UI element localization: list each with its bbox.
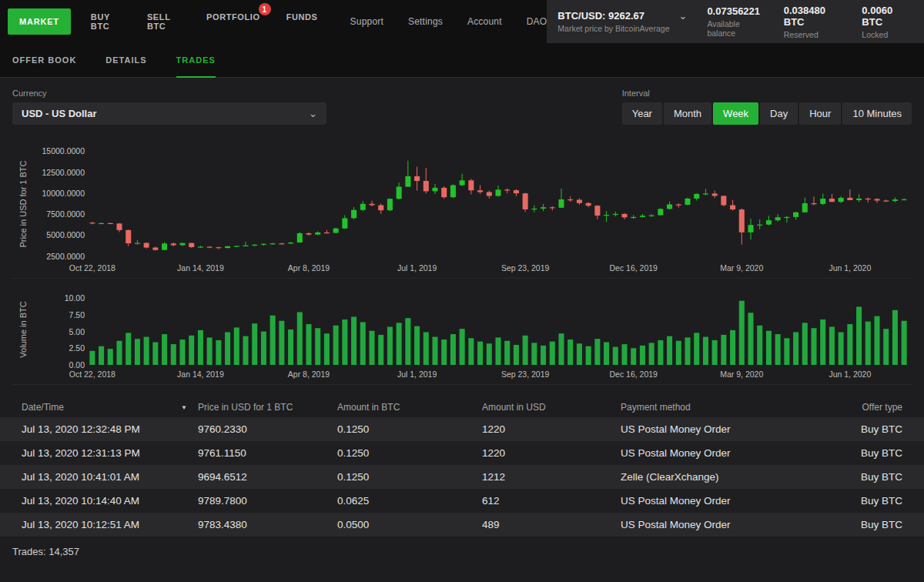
column-header-payment-method[interactable]: Payment method <box>621 402 810 413</box>
y-tick-label: 12500.0000 <box>42 168 85 177</box>
cell-price: 9783.4380 <box>198 519 337 530</box>
available-balance-stat: 0.07356221 Available balance <box>707 5 763 38</box>
price-chart-canvas <box>88 148 909 260</box>
trades-count: Trades: 14,357 <box>12 546 912 557</box>
price-chart: Price in USD for 1 BTC 15000.000012500.0… <box>12 142 912 279</box>
table-row[interactable]: Jul 13, 2020 10:41:01 AM9694.65120.12501… <box>0 465 924 489</box>
table-row[interactable]: Jul 13, 2020 12:31:13 PM9761.11500.12501… <box>0 441 924 465</box>
x-tick-label: Dec 16, 2019 <box>609 370 657 379</box>
cell-datetime: Jul 13, 2020 10:14:40 AM <box>22 495 198 507</box>
interval-button-week[interactable]: Week <box>713 102 758 125</box>
table-row[interactable]: Jul 13, 2020 10:12:51 AM9783.43800.05004… <box>0 513 924 537</box>
price-x-ticks: Oct 22, 2018Jan 14, 2019Apr 8, 2019Jul 1… <box>88 263 909 274</box>
cell-amount-btc: 0.0500 <box>337 519 482 530</box>
table-row[interactable]: Jul 13, 2020 10:14:40 AM9789.78000.06256… <box>0 489 924 513</box>
y-tick-label: 2.50 <box>69 343 85 353</box>
column-header-amount-btc[interactable]: Amount in BTC <box>337 402 482 413</box>
volume-y-ticks: 10.007.505.002.500.00 <box>35 294 85 365</box>
cell-amount-usd: 1212 <box>482 471 621 483</box>
x-tick-label: Jan 14, 2019 <box>177 370 224 379</box>
cell-amount-usd: 489 <box>482 519 621 530</box>
interval-filter: Interval Year Month Week Day Hour 10 Min… <box>622 89 912 125</box>
nav-item-buy-btc[interactable]: BUY BTC <box>91 12 121 31</box>
column-header-offer-type[interactable]: Offer type <box>810 402 902 413</box>
cell-amount-usd: 1220 <box>482 423 621 435</box>
cell-price: 9694.6512 <box>198 471 337 483</box>
interval-button-year[interactable]: Year <box>622 102 662 125</box>
volume-axis-label: Volume in BTC <box>18 301 28 357</box>
cell-amount-btc: 0.1250 <box>337 447 482 459</box>
cell-offer-type: Buy BTC <box>810 495 902 507</box>
cell-offer-type: Buy BTC <box>810 423 902 435</box>
currency-label: Currency <box>12 89 326 98</box>
top-navbar: MARKET BUY BTC SELL BTC PORTFOLIO 1 FUND… <box>0 0 924 43</box>
market-tabs: OFFER BOOK DETAILS TRADES <box>0 43 924 78</box>
market-price-value: BTC/USD: 9262.67 <box>557 10 644 22</box>
interval-button-month[interactable]: Month <box>664 102 711 125</box>
y-tick-label: 2500.0000 <box>46 252 85 261</box>
x-tick-label: Jun 1, 2020 <box>829 263 871 273</box>
column-header-label: Date/Time <box>22 402 64 413</box>
tab-details[interactable]: DETAILS <box>105 43 146 78</box>
cell-price: 9789.7800 <box>198 495 337 507</box>
x-tick-label: Oct 22, 2018 <box>69 263 116 273</box>
currency-value: USD - US Dollar <box>22 108 97 119</box>
available-balance-value: 0.07356221 <box>707 5 763 17</box>
market-price-source: Market price by BitcoinAverage <box>557 24 687 33</box>
cell-payment-method: US Postal Money Order <box>621 495 810 507</box>
interval-label: Interval <box>622 89 912 98</box>
x-tick-label: Mar 9, 2020 <box>720 370 763 379</box>
cell-price: 9760.2330 <box>198 423 337 435</box>
y-tick-label: 10000.0000 <box>42 189 85 198</box>
secondary-nav: Support Settings Account DAO <box>350 16 547 27</box>
cell-amount-btc: 0.1250 <box>337 423 482 435</box>
market-nav-button[interactable]: MARKET <box>8 8 71 35</box>
nav-item-settings[interactable]: Settings <box>408 16 443 27</box>
x-tick-label: Jun 1, 2020 <box>829 370 871 379</box>
cell-datetime: Jul 13, 2020 12:32:48 PM <box>22 423 198 435</box>
x-tick-label: Jan 14, 2019 <box>177 263 224 273</box>
cell-datetime: Jul 13, 2020 12:31:13 PM <box>22 447 198 459</box>
market-price-panel: BTC/USD: 9262.67 ⌄ Market price by Bitco… <box>547 0 924 43</box>
cell-payment-method: US Postal Money Order <box>621 519 810 530</box>
nav-item-funds[interactable]: FUNDS <box>286 12 318 31</box>
nav-item-label: PORTFOLIO <box>206 12 260 22</box>
trades-table-body: Jul 13, 2020 12:32:48 PM9760.23300.12501… <box>0 417 924 537</box>
y-tick-label: 10.00 <box>65 293 85 303</box>
volume-x-ticks: Oct 22, 2018Jan 14, 2019Apr 8, 2019Jul 1… <box>88 370 909 380</box>
x-tick-label: Dec 16, 2019 <box>609 263 657 273</box>
column-header-amount-usd[interactable]: Amount in USD <box>482 402 621 413</box>
nav-item-account[interactable]: Account <box>467 16 502 27</box>
x-tick-label: Mar 9, 2020 <box>720 263 763 273</box>
column-header-price[interactable]: Price in USD for 1 BTC <box>198 402 337 413</box>
x-tick-label: Sep 23, 2019 <box>501 263 549 273</box>
interval-button-10-minutes[interactable]: 10 Minutes <box>842 102 912 125</box>
tab-trades[interactable]: TRADES <box>176 43 216 78</box>
nav-item-portfolio[interactable]: PORTFOLIO 1 <box>206 12 260 31</box>
currency-filter: Currency USD - US Dollar ⌄ <box>12 89 326 125</box>
reserved-value: 0.038480 BTC <box>784 5 842 28</box>
tab-offer-book[interactable]: OFFER BOOK <box>12 43 76 78</box>
interval-button-day[interactable]: Day <box>760 102 798 125</box>
column-header-datetime[interactable]: Date/Time ▼ <box>22 402 198 413</box>
x-tick-label: Jul 1, 2019 <box>397 263 437 273</box>
chevron-down-icon: ⌄ <box>309 110 317 118</box>
available-balance-label: Available balance <box>707 19 763 38</box>
cell-offer-type: Buy BTC <box>810 519 902 530</box>
cell-offer-type: Buy BTC <box>810 471 902 483</box>
market-price-selector[interactable]: BTC/USD: 9262.67 ⌄ Market price by Bitco… <box>557 10 687 33</box>
currency-dropdown[interactable]: USD - US Dollar ⌄ <box>12 102 326 125</box>
x-tick-label: Apr 8, 2019 <box>288 263 330 273</box>
nav-item-sell-btc[interactable]: SELL BTC <box>147 12 180 31</box>
interval-toggle-group: Year Month Week Day Hour 10 Minutes <box>622 102 912 125</box>
cell-offer-type: Buy BTC <box>810 447 902 459</box>
nav-item-support[interactable]: Support <box>350 16 383 27</box>
cell-payment-method: US Postal Money Order <box>621 423 810 435</box>
table-row[interactable]: Jul 13, 2020 12:32:48 PM9760.23300.12501… <box>0 417 924 441</box>
y-tick-label: 5000.0000 <box>46 230 85 239</box>
x-tick-label: Oct 22, 2018 <box>69 370 116 379</box>
sort-descending-icon: ▼ <box>181 404 187 411</box>
y-tick-label: 7500.0000 <box>46 209 85 219</box>
nav-item-dao[interactable]: DAO <box>527 16 547 27</box>
interval-button-hour[interactable]: Hour <box>799 102 841 125</box>
